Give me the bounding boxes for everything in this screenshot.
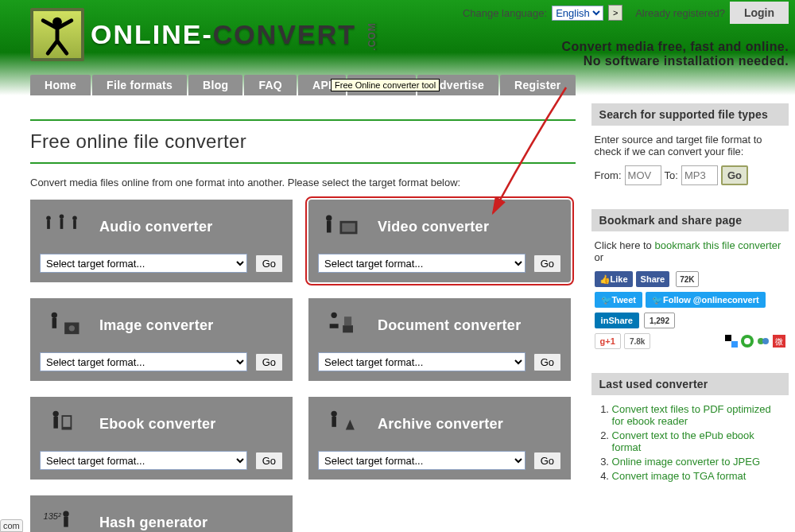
tagline-1: Convert media free, fast and online. <box>463 40 789 54</box>
facebook-share-button[interactable]: Share <box>636 271 670 287</box>
target-format-select[interactable]: Select target format... <box>318 254 525 273</box>
logo[interactable]: ONLINE-CONVERT.COM <box>30 8 386 61</box>
status-bar: com <box>0 519 23 532</box>
bookmark-link[interactable]: bookmark this file converter <box>654 239 781 251</box>
converter-title: Ebook converter <box>99 416 216 433</box>
target-format-select[interactable]: Select target format... <box>318 352 525 371</box>
target-format-select[interactable]: Select target format... <box>40 254 247 273</box>
nav-home[interactable]: Home <box>30 75 91 95</box>
go-button[interactable]: Go <box>255 254 283 273</box>
svg-point-32 <box>744 338 750 344</box>
bookmark-heading: Bookmark and share page <box>591 209 789 231</box>
weibo-icon[interactable]: 微 <box>773 335 785 348</box>
msn-icon[interactable] <box>757 335 770 348</box>
already-registered-label: Already registered? <box>635 7 725 19</box>
nav-faq[interactable]: FAQ <box>244 75 297 95</box>
go-button[interactable]: Go <box>533 452 561 470</box>
target-format-select[interactable]: Select target format... <box>318 451 525 470</box>
language-select[interactable]: English <box>552 6 603 21</box>
googleplus-count: 7.8k <box>624 333 650 349</box>
svg-point-5 <box>72 216 76 219</box>
converter-icon <box>318 309 362 341</box>
converter-box-document-converter: Document converterSelect target format..… <box>308 298 571 381</box>
target-format-select[interactable]: Select target format... <box>40 352 247 371</box>
go-button[interactable]: Go <box>255 452 283 470</box>
go-button[interactable]: Go <box>533 353 561 371</box>
converter-icon <box>40 309 83 341</box>
converter-box-image-converter: Image converterSelect target format...Go <box>30 298 293 381</box>
last-used-link[interactable]: Convert text to the ePub ebook format <box>612 429 754 453</box>
from-label: From: <box>595 169 622 181</box>
converter-icon: 135² <box>40 507 83 532</box>
svg-text:微: 微 <box>775 337 783 346</box>
svg-text:135²: 135² <box>44 511 61 521</box>
last-used-link[interactable]: Convert text files to PDF optimized for … <box>612 403 771 427</box>
svg-rect-6 <box>73 220 76 229</box>
linkedin-count: 1,292 <box>644 313 675 328</box>
converter-icon <box>318 211 362 243</box>
facebook-like-button[interactable]: 👍 Like <box>595 271 633 287</box>
svg-rect-29 <box>725 341 731 348</box>
svg-rect-2 <box>47 220 50 229</box>
svg-rect-10 <box>342 223 355 232</box>
top-right: Change language: English > Already regis… <box>463 2 789 68</box>
svg-rect-26 <box>64 517 68 527</box>
nav-register[interactable]: Register <box>500 75 575 95</box>
svg-point-11 <box>52 313 57 318</box>
from-input[interactable] <box>625 165 661 185</box>
svg-point-14 <box>69 325 75 331</box>
logo-icon <box>30 8 84 61</box>
converter-title: Video converter <box>378 219 489 235</box>
twitter-follow-button[interactable]: 🐦 Follow @onlineconvert <box>646 292 766 308</box>
twitter-tweet-button[interactable]: 🐦 Tweet <box>595 292 642 308</box>
go-button[interactable]: Go <box>533 254 561 273</box>
svg-point-7 <box>326 215 332 220</box>
converter-box-video-converter: Video converterSelect target format...Go <box>308 200 571 282</box>
to-input[interactable] <box>681 165 718 185</box>
nav-blog[interactable]: Blog <box>188 75 242 95</box>
delicious-icon[interactable] <box>725 335 738 348</box>
last-used-link[interactable]: Online image converter to JPEG <box>612 456 760 468</box>
to-label: To: <box>665 169 678 181</box>
stumbleupon-icon[interactable] <box>741 335 754 348</box>
converter-icon <box>40 408 83 440</box>
svg-rect-16 <box>343 325 353 332</box>
sidebar: Search for supported file types Enter so… <box>591 103 789 532</box>
svg-rect-19 <box>53 417 57 429</box>
converter-icon <box>318 408 362 440</box>
converter-title: Archive converter <box>378 416 503 433</box>
divider <box>30 119 576 121</box>
svg-rect-23 <box>332 417 335 427</box>
converter-box-ebook-converter: Ebook converterSelect target format...Go <box>30 397 293 480</box>
converter-box-audio-converter: Audio converterSelect target format...Go <box>30 200 293 282</box>
svg-rect-27 <box>725 335 731 341</box>
svg-rect-8 <box>327 221 331 233</box>
facebook-count: 72K <box>676 271 698 287</box>
linkedin-share-button[interactable]: in Share <box>595 313 639 328</box>
tooltip: Free Online converter tool <box>331 79 440 91</box>
last-used-link[interactable]: Convert image to TGA format <box>612 470 747 482</box>
nav-file-formats[interactable]: File formats <box>92 75 187 95</box>
intro-text: Convert media files online from one form… <box>30 177 576 188</box>
svg-point-34 <box>762 338 769 344</box>
search-go-button[interactable]: Go <box>721 165 748 185</box>
target-format-select[interactable]: Select target format... <box>40 451 247 470</box>
go-button[interactable]: Go <box>255 353 283 371</box>
language-go-button[interactable]: > <box>608 5 622 21</box>
svg-point-1 <box>46 216 50 219</box>
tagline-2: No software installation needed. <box>463 54 789 68</box>
svg-point-3 <box>60 215 64 219</box>
googleplus-button[interactable]: g +1 <box>595 333 621 349</box>
converter-title: Hash generator <box>99 515 207 531</box>
divider <box>30 162 576 164</box>
svg-rect-17 <box>344 316 351 325</box>
bookmark-section: Bookmark and share page Click here to bo… <box>591 209 789 357</box>
page-title: Free online file converter <box>30 130 576 153</box>
svg-rect-12 <box>52 318 56 328</box>
login-button[interactable]: Login <box>730 2 789 24</box>
search-heading: Search for supported file types <box>591 103 789 126</box>
svg-point-25 <box>63 511 68 516</box>
svg-rect-30 <box>731 341 738 348</box>
svg-rect-28 <box>731 335 738 341</box>
converter-title: Image converter <box>99 317 214 334</box>
